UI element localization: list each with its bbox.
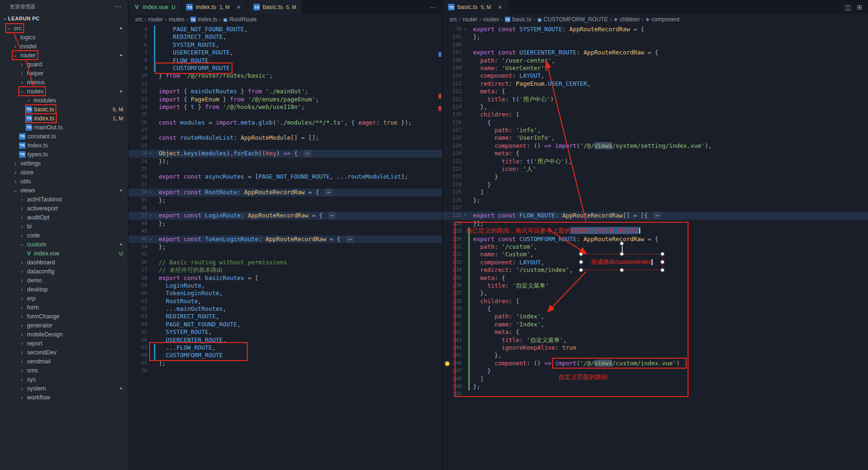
code-line-19[interactable]: 19 [128,142,442,150]
breadcrumb-item-RootRoute[interactable]: ▣RootRoute [223,16,257,23]
code-line-244[interactable]: 244 ignoreKeepAlive: true [443,344,868,352]
code-line-15[interactable]: 15 [128,111,442,118]
code-line-113[interactable]: 113 title: t('用户中心') [443,96,868,103]
code-line-110[interactable]: 110 component: LAYOUT, [443,72,868,80]
breadcrumb-item-routes[interactable]: routes [483,16,499,23]
tree-folder-routes[interactable]: ›routes● [0,87,128,96]
code-line-11[interactable]: 11 [128,80,442,88]
fold-chevron-icon[interactable]: › [147,189,154,196]
fold-chevron-icon[interactable]: › [462,26,468,33]
tree-folder-model[interactable]: ›model [0,42,128,51]
code-line-10[interactable]: 10} from '/@/router/routes/basic'; [128,72,442,80]
code-line-250[interactable]: 250 [443,390,868,398]
code-line-230[interactable]: 230export const CUSTOMFORM_ROUTE: AppRou… [443,235,868,243]
code-line-44[interactable]: 44}; [128,220,442,227]
code-line-76[interactable]: 76›export const SYSTEM_ROUTE: AppRouteRe… [443,26,868,33]
tree-file-index.vue[interactable]: Vindex.vueU [0,249,128,258]
tree-file-constant.ts[interactable]: TSconstant.ts [0,132,128,141]
code-line-106[interactable]: 106 [443,41,868,49]
code-line-231[interactable]: 231 path: '/custom', [443,243,868,251]
tree-folder-demo[interactable]: ›demo [0,276,128,285]
code-line-63[interactable]: 63 REDIRECT_ROUTE, [128,313,442,320]
code-line-249[interactable]: 249}; [443,383,868,390]
code-line-236[interactable]: 236 title: '自定义菜单' [443,282,868,289]
code-line-105[interactable]: 105}; [443,33,868,41]
tree-folder-settings[interactable]: ›settings [0,159,128,168]
code-line-62[interactable]: 62 ...mainOutRoutes, [128,305,442,313]
code-line-28[interactable]: 28›export const RootRoute: AppRouteRecor… [128,189,442,196]
code-line-59[interactable]: 59 LoginRoute, [128,282,442,289]
code-line-5[interactable]: 5 REDIRECT_ROUTE, [128,33,442,41]
code-line-112[interactable]: 112 meta: { [443,88,868,95]
editor-layout-icon[interactable]: ⊞ [857,3,862,11]
tree-folder-bi[interactable]: ›bi [0,222,128,231]
tree-folder-sys[interactable]: ›sys [0,375,128,384]
code-line-122[interactable]: 122 icon: '人' [443,165,868,173]
code-line-125[interactable]: 125 ] [443,189,868,196]
breadcrumb-item-CUSTOMFORM_ROUTE[interactable]: ▣CUSTOMFORM_ROUTE [537,16,608,23]
code-line-13[interactable]: 13import { PageEnum } from '/@/enums/pag… [128,96,442,103]
code-line-69[interactable]: 69]; [128,360,442,367]
tab-basic.ts[interactable]: TSbasic.ts5, M× [443,0,510,14]
tree-folder-workflow[interactable]: ›workflow [0,393,128,402]
overview-ruler[interactable] [438,25,442,470]
fold-chevron-icon[interactable]: › [147,150,154,157]
code-line-245[interactable]: 245 }, [443,352,868,359]
code-line-60[interactable]: 60 TokenLoginRoute, [128,289,442,297]
code-line-108[interactable]: 108 path: '/user-center', [443,57,868,64]
code-line-66[interactable]: 66 USERCENTER_ROUTE, [128,336,442,344]
code-line-37[interactable]: 37›export const LoginRoute: AppRouteReco… [128,212,442,219]
code-line-18[interactable]: 18const routeModuleList: AppRouteModule[… [128,134,442,142]
code-line-45[interactable]: 45 [128,227,442,235]
code-line-124[interactable]: 124 } [443,181,868,189]
code-line-8[interactable]: 8 FLOW_ROUTE, [128,57,442,64]
fold-chevron-icon[interactable]: › [147,212,154,219]
code-line-35[interactable]: 35}; [128,197,442,204]
code-line-24[interactable]: 24}); [128,158,442,165]
lightbulb-icon[interactable] [445,362,449,366]
close-tab-icon[interactable]: × [235,3,242,11]
tree-file-mainOut.ts[interactable]: TSmainOut.ts [0,123,128,132]
tree-folder-sendmail[interactable]: ›sendmail [0,357,128,366]
tree-file-index.ts[interactable]: TSindex.ts [0,141,128,150]
code-line-247[interactable]: 247 } [443,367,868,375]
breadcrumb-item-component[interactable]: ❖component [645,16,680,23]
code-line-54[interactable]: 54}; [128,243,442,251]
tab-basic.ts[interactable]: TSbasic.ts5, M [248,0,302,14]
tree-folder-erp[interactable]: ›erp [0,294,128,303]
tree-folder-actHiTaskinst[interactable]: ›actHiTaskinst [0,195,128,204]
code-line-9[interactable]: 9 CUSTOMFORM_ROUTE [128,64,442,72]
tree-folder-modules[interactable]: ›modules [0,96,128,105]
code-line-4[interactable]: 4 PAGE_NOT_FOUND_ROUTE, [128,26,442,33]
tree-folder-menus[interactable]: ›menus [0,78,128,87]
tree-file-index.ts[interactable]: TSindex.ts1, M [0,114,128,123]
tree-folder-desktop[interactable]: ›desktop [0,285,128,294]
code-line-12[interactable]: 12import { mainOutRoutes } from './mainO… [128,88,442,95]
code-line-119[interactable]: 119 component: () => import('/@/views/sy… [443,142,868,150]
code-line-118[interactable]: 118 name: 'UserInfo', [443,134,868,142]
tree-folder-secondDev[interactable]: ›secondDev [0,348,128,357]
code-line-16[interactable]: 16const modules = import.meta.glob('./mo… [128,119,442,127]
code-line-68[interactable]: 68 CUSTOMFORM_ROUTE [128,352,442,359]
tree-folder-system[interactable]: ›system● [0,384,128,393]
more-actions-icon[interactable]: ⋯ [430,3,437,11]
code-line-6[interactable]: 6 SYSTEM_ROUTE, [128,41,442,49]
tree-folder-code[interactable]: ›code [0,231,128,240]
code-line-248[interactable]: 248 ] [443,375,868,383]
tree-folder-formChange[interactable]: ›formChange [0,312,128,321]
code-line-115[interactable]: 115 children: [ [443,111,868,118]
code-line-126[interactable]: 126}; [443,197,868,204]
code-line-14[interactable]: 14import { t } from '/@/hooks/web/useI18… [128,103,442,111]
code-line-238[interactable]: 238 children: [ [443,298,868,305]
code-line-240[interactable]: 240 path: 'index', [443,313,868,320]
tree-folder-router[interactable]: ›router● [0,51,128,60]
tree-folder-store[interactable]: ›store [0,168,128,177]
code-line-67[interactable]: 67 ...FLOW_ROUTE, [128,344,442,352]
code-line-235[interactable]: 235 meta: { [443,274,868,282]
tree-file-basic.ts[interactable]: TSbasic.ts5, M [0,105,128,114]
code-line-241[interactable]: 241 name: 'Index', [443,321,868,328]
fold-chevron-icon[interactable]: › [462,212,468,219]
tree-folder-activereport[interactable]: ›activereport [0,204,128,213]
code-line-26[interactable]: 26export const asyncRoutes = [PAGE_NOT_F… [128,173,442,181]
code-line-64[interactable]: 64 PAGE_NOT_FOUND_ROUTE, [128,321,442,328]
